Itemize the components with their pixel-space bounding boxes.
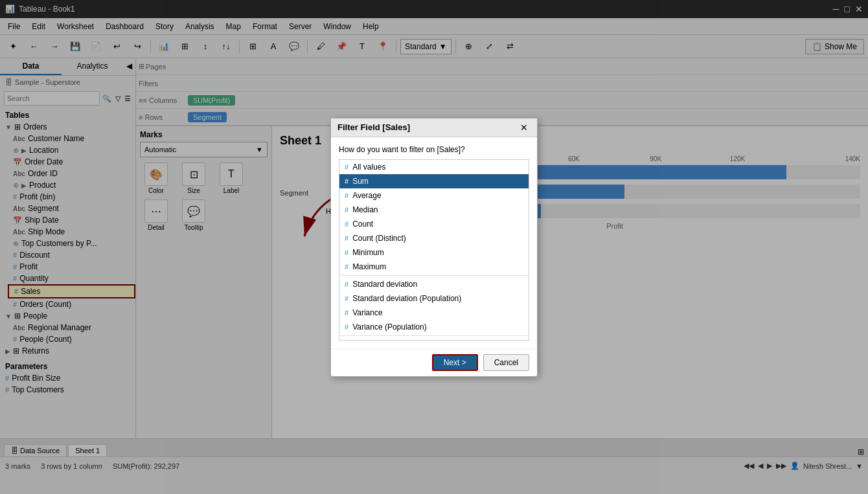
option-sum[interactable]: # Sum: [339, 174, 529, 188]
hash-icon: #: [345, 249, 348, 256]
dialog-list: # All values # Sum # Average # Median #: [339, 159, 529, 341]
option-label: Standard deviation: [352, 280, 417, 289]
hash-icon: #: [345, 263, 348, 271]
hash-icon: #: [345, 309, 348, 317]
divider-1: [339, 275, 529, 276]
option-all-values[interactable]: # All values: [339, 160, 529, 174]
option-label: Attribute: [352, 340, 382, 341]
dialog-question: How do you want to filter on [Sales]?: [339, 145, 529, 154]
dialog-close-btn[interactable]: ✕: [518, 122, 531, 133]
dialog-body: How do you want to filter on [Sales]? # …: [331, 137, 537, 348]
option-count-distinct[interactable]: # Count (Distinct): [339, 231, 529, 245]
option-label: Sum: [352, 177, 369, 186]
hash-icon: #: [345, 163, 348, 171]
option-label: Standard deviation (Population): [352, 294, 461, 303]
option-label: Variance: [352, 308, 382, 317]
divider-2: [339, 335, 529, 336]
hash-icon: #: [345, 177, 348, 185]
filter-field-dialog: Filter Field [Sales] ✕ How do you want t…: [330, 118, 538, 377]
hash-icon: #: [345, 192, 348, 199]
next-btn[interactable]: Next >: [432, 354, 478, 371]
option-label: Count: [352, 219, 373, 229]
option-median[interactable]: # Median: [339, 203, 529, 217]
option-count[interactable]: # Count: [339, 217, 529, 231]
option-average[interactable]: # Average: [339, 188, 529, 203]
option-label: All values: [352, 163, 385, 172]
option-label: Average: [352, 191, 381, 200]
hash-icon: #: [345, 280, 348, 288]
hash-icon: #: [345, 220, 348, 228]
dialog-footer: Next > Cancel: [331, 348, 537, 376]
hash-icon: #: [345, 323, 348, 331]
option-std-dev-pop[interactable]: # Standard deviation (Population): [339, 291, 529, 306]
option-label: Median: [352, 205, 378, 214]
option-std-dev[interactable]: # Standard deviation: [339, 277, 529, 291]
cancel-btn[interactable]: Cancel: [483, 354, 529, 371]
option-maximum[interactable]: # Maximum: [339, 260, 529, 274]
option-label: Minimum: [352, 248, 384, 257]
dialog-title: Filter Field [Sales]: [337, 122, 410, 132]
hash-icon: #: [345, 234, 348, 242]
hash-icon: #: [345, 206, 348, 214]
option-minimum[interactable]: # Minimum: [339, 245, 529, 260]
dialog-overlay: Filter Field [Sales] ✕ How do you want t…: [0, 0, 868, 475]
hash-icon: #: [345, 295, 348, 302]
option-label: Variance (Population): [352, 322, 427, 331]
option-attribute[interactable]: # Attribute: [339, 337, 529, 341]
option-variance[interactable]: # Variance: [339, 306, 529, 320]
option-variance-pop[interactable]: # Variance (Population): [339, 320, 529, 334]
dialog-titlebar: Filter Field [Sales] ✕: [331, 118, 537, 137]
option-label: Maximum: [352, 262, 386, 271]
option-label: Count (Distinct): [352, 234, 406, 243]
